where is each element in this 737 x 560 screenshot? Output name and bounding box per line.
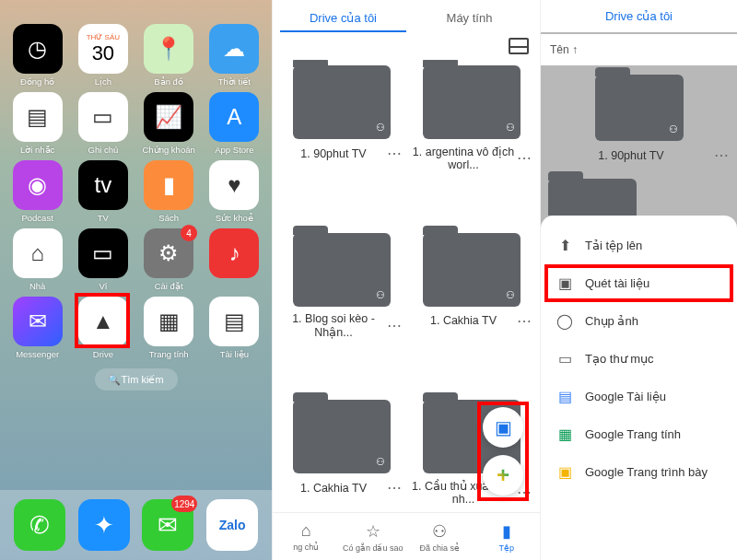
- folder-name: 1. 90phut TV: [548, 149, 714, 162]
- dock-app[interactable]: ✉1294: [142, 499, 193, 551]
- app-label: Trang tính: [149, 349, 189, 359]
- sort-row[interactable]: Tên ↑: [541, 34, 737, 65]
- more-icon[interactable]: ⋯: [517, 149, 532, 167]
- fab-scan-pill[interactable]: ▣: [483, 407, 523, 448]
- app-icon: ▤: [209, 297, 259, 346]
- app-icon: A: [209, 92, 259, 142]
- drive-folder[interactable]: ⚇ 1. argentina vô địch worl...⋯: [410, 65, 532, 220]
- more-icon[interactable]: ⋯: [714, 146, 730, 164]
- app-Thời tiết[interactable]: ☁Thời tiết: [203, 24, 266, 87]
- app-icon: ▲: [78, 297, 128, 346]
- app-Cài đặt[interactable]: ⚙4Cài đặt: [137, 228, 201, 291]
- search-pill[interactable]: 🔍 Tìm kiếm: [95, 368, 178, 391]
- folder-name: 1. Cakhia TV: [410, 314, 517, 327]
- sheet-label: Tải tệp lên: [585, 239, 642, 252]
- ios-home-panel: ◷Đồng hồTHỨ SÁU30Lịch📍Bản đồ☁Thời tiết▤L…: [0, 0, 272, 560]
- drive-folder[interactable]: ⚇ 1. Cakhia TV⋯: [410, 233, 532, 388]
- bottom-tabs: ⌂ng chủ☆Có gắn dấu sao⚇Đã chia sẻ▮Tệp: [273, 512, 540, 560]
- tab-label: Đã chia sẻ: [419, 543, 460, 553]
- folder-preview[interactable]: ⚇ 1. 90phut TV⋯: [541, 65, 737, 173]
- list-view-icon[interactable]: [509, 38, 529, 54]
- folder-icon: ⚇: [293, 233, 391, 307]
- drive-sheet-panel: Drive của tôi Tên ↑ ⚇ 1. 90phut TV⋯ ⬆Tải…: [541, 0, 737, 560]
- sheet-label: Quét tài liệu: [585, 276, 649, 290]
- drive-tabs: Drive của tôi Máy tính: [273, 0, 540, 32]
- more-icon[interactable]: ⋯: [387, 145, 403, 162]
- create-sheet: ⬆Tải tệp lên▣Quét tài liệu◯Chụp ảnh▭Tạo …: [541, 216, 737, 560]
- tab-computers[interactable]: Máy tính: [406, 6, 532, 32]
- app-Lời nhắc[interactable]: ▤Lời nhắc: [6, 92, 69, 155]
- tab-icon: ☆: [366, 521, 380, 542]
- sheet-icon: ▦: [556, 426, 574, 443]
- app-TV[interactable]: tvTV: [71, 160, 135, 223]
- app-Trang tính[interactable]: ▦Trang tính: [137, 297, 201, 359]
- app-label: Lịch: [95, 76, 111, 87]
- more-icon[interactable]: ⋯: [387, 317, 403, 334]
- app-grid: ◷Đồng hồTHỨ SÁU30Lịch📍Bản đồ☁Thời tiết▤L…: [0, 20, 272, 363]
- drive-folder[interactable]: ⚇ 1. 90phut TV⋯: [280, 65, 403, 220]
- app-icon: 📍: [144, 24, 193, 74]
- app-Drive[interactable]: ▲Drive: [71, 297, 135, 359]
- app-icon: tv: [78, 160, 128, 210]
- more-icon[interactable]: ⋯: [387, 479, 403, 496]
- folder-name: 1. Blog soi kèo - Nhận...: [280, 312, 387, 339]
- app-icon: ▦: [144, 297, 193, 346]
- folder-icon: ⚇: [293, 65, 391, 139]
- folder-preview-2: [541, 173, 737, 216]
- app-icon: ☁: [209, 24, 259, 74]
- app-icon: ♥: [209, 160, 259, 210]
- app-label: Podcast: [21, 213, 53, 223]
- app-Ghi chú[interactable]: ▭Ghi chú: [71, 92, 135, 155]
- app-icon: ⌂: [13, 228, 63, 278]
- dock-app[interactable]: ✦: [78, 499, 130, 551]
- tab-label: Có gắn dấu sao: [343, 543, 404, 553]
- sheet-row-Google Trang tính[interactable]: ▦Google Trang tính: [541, 415, 737, 453]
- app-Sách[interactable]: ▮Sách: [137, 160, 201, 223]
- app-icon: ▭: [78, 228, 128, 278]
- bottom-tab-ng chủ[interactable]: ⌂ng chủ: [273, 513, 340, 560]
- app-label: Cài đặt: [155, 281, 183, 291]
- app-Chứng khoán[interactable]: 📈Chứng khoán: [137, 92, 201, 155]
- sheet-icon: ▭: [556, 350, 574, 368]
- sheet-row-Quét tài liệu[interactable]: ▣Quét tài liệu: [541, 264, 737, 302]
- app-Podcast[interactable]: ◉Podcast: [6, 160, 69, 223]
- sheet-icon: ▣: [556, 463, 574, 481]
- app-Đồng hồ[interactable]: ◷Đồng hồ: [6, 24, 69, 87]
- fab-plus[interactable]: +: [483, 455, 523, 496]
- more-icon[interactable]: ⋯: [517, 312, 532, 330]
- app-Lịch[interactable]: THỨ SÁU30Lịch: [71, 24, 135, 87]
- scan-icon: ▣: [495, 416, 512, 438]
- sheet-label: Chụp ảnh: [585, 314, 638, 328]
- bottom-tab-Tệp[interactable]: ▮Tệp: [474, 513, 541, 560]
- dock-app[interactable]: ✆: [14, 499, 65, 551]
- folder-icon: ⚇: [293, 400, 391, 473]
- dock: ✆✦✉1294Zalo: [0, 490, 272, 560]
- tab-my-drive[interactable]: Drive của tôi: [280, 6, 406, 32]
- app-App Store[interactable]: AApp Store: [203, 92, 266, 155]
- bottom-tab-Đã chia sẻ[interactable]: ⚇Đã chia sẻ: [406, 513, 474, 560]
- app-Ví[interactable]: ▭Ví: [71, 228, 135, 291]
- app-Nhà[interactable]: ⌂Nhà: [6, 228, 69, 291]
- app-Messenger[interactable]: ✉Messenger: [6, 297, 69, 359]
- my-drive-label: Drive của tôi: [550, 9, 728, 23]
- drive-folder[interactable]: ⚇ 1. Blog soi kèo - Nhận...⋯: [280, 233, 403, 388]
- calendar-icon: THỨ SÁU30: [78, 24, 128, 74]
- sheet-row-Tạo thư mục[interactable]: ▭Tạo thư mục: [541, 340, 737, 378]
- status-bar: [0, 0, 272, 20]
- tab-label: Tệp: [498, 543, 514, 553]
- plus-icon: +: [497, 462, 509, 488]
- dock-app[interactable]: Zalo: [206, 499, 258, 551]
- sheet-row-Google Tài liệu[interactable]: ▤Google Tài liệu: [541, 378, 737, 415]
- sheet-row-Google Trang trình bày[interactable]: ▣Google Trang trình bày: [541, 453, 737, 491]
- sheet-row-Chụp ảnh[interactable]: ◯Chụp ảnh: [541, 302, 737, 340]
- search-label: Tìm kiếm: [121, 374, 163, 386]
- app-Bản đồ[interactable]: 📍Bản đồ: [137, 24, 201, 87]
- app-item[interactable]: ♪: [203, 228, 266, 291]
- app-Tài liệu[interactable]: ▤Tài liệu: [203, 297, 266, 359]
- bottom-tab-Có gắn dấu sao[interactable]: ☆Có gắn dấu sao: [340, 513, 407, 560]
- view-toggle-bar: [273, 32, 540, 60]
- app-Sức khoẻ[interactable]: ♥Sức khoẻ: [203, 160, 266, 223]
- sheet-row-Tải tệp lên[interactable]: ⬆Tải tệp lên: [541, 227, 737, 264]
- app-label: TV: [98, 213, 109, 223]
- app-icon: ◉: [13, 160, 63, 210]
